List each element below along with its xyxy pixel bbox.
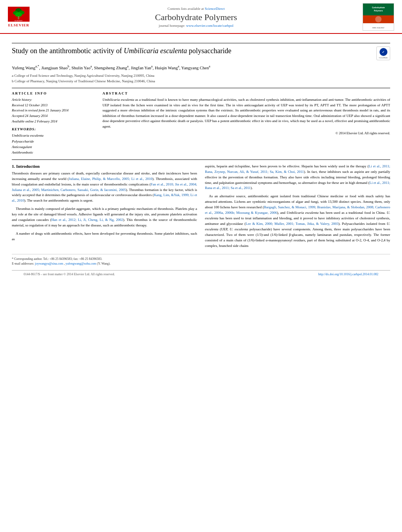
title-italic: Umbilicaria esculenta	[124, 47, 187, 55]
affiliations: a College of Food Science and Technology…	[12, 73, 390, 84]
article-info-title: ARTICLE INFO	[12, 91, 91, 95]
journal-logo-right: Carbohydrate Polymers ISSN: 0144-8617	[363, 3, 394, 31]
received-revised-date: Received in revised form 21 January 2014	[12, 108, 91, 113]
bottom-bar: 0144-8617/$ – see front matter © 2014 El…	[12, 270, 390, 278]
intro-para-right: aspirin, heparin and ticlopidine, have b…	[205, 164, 390, 249]
footer-divider	[12, 254, 390, 254]
article-title: Study on the antithrombotic activity of …	[12, 46, 376, 56]
keyword-4: Antithrombotic	[12, 150, 91, 155]
elsevier-text: ELSEVIER	[8, 23, 30, 27]
homepage-label: journal homepage:	[159, 24, 185, 28]
affiliation-a: a College of Food Science and Technology…	[12, 73, 390, 79]
keyword-1: Umbilicaria esculenta	[12, 133, 91, 138]
received-date: Received 12 October 2013	[12, 103, 91, 108]
contents-line: Contents lists available at ScienceDirec…	[37, 7, 355, 11]
keyword-2: Polysaccharide	[12, 139, 91, 144]
author-1-sup: a,*	[35, 65, 39, 68]
journal-homepage: journal homepage: www.elsevier.com/locat…	[37, 24, 355, 28]
svg-point-13	[375, 16, 382, 22]
doi-link[interactable]: http://dx.doi.org/10.1016/j.carbpol.2014…	[318, 272, 378, 276]
author-7-sup: a	[209, 65, 210, 68]
authors-line: Yufeng Wanga,*, Jiangjuan Shaob, Shulin …	[12, 64, 390, 71]
elsevier-tree-icon: ELSEVIER	[8, 7, 30, 22]
author-4: , Shengsheng Zhang	[92, 65, 127, 70]
svg-text:Polymers: Polymers	[374, 9, 383, 12]
carbohydrate-polymers-logo: Carbohydrate Polymers ISSN: 0144-8617	[363, 4, 394, 30]
abstract-text: Umbilicaria esculenta as a traditional f…	[102, 97, 390, 129]
elsevier-logo: ELSEVIER ELSEVIER	[8, 7, 30, 27]
title-prefix: Study on the antithrombotic activity of	[12, 47, 124, 55]
email-suffix: (Y. Wang).	[97, 262, 110, 265]
contents-label: Contents lists available at	[168, 7, 204, 11]
copyright-line: © 2014 Elsevier Ltd. All rights reserved…	[102, 131, 390, 135]
section-title-text: Introduction	[16, 164, 40, 169]
footnote-section: * Corresponding author. Tel.: +86 25 843…	[12, 257, 390, 266]
svg-text:Carbohydrate: Carbohydrate	[372, 6, 385, 9]
abstract-italic-start: Umbilicaria esculenta	[102, 98, 134, 102]
homepage-url[interactable]: www.elsevier.com/locate/carbpol	[186, 24, 233, 28]
accepted-date: Accepted 24 January 2014	[12, 113, 91, 119]
intro-para1: Thrombosis diseases are primary causes o…	[12, 171, 197, 242]
top-divider	[12, 43, 390, 43]
article-info-section: ARTICLE INFO Article history: Received 1…	[12, 91, 390, 156]
sciencedirect-link[interactable]: ScienceDirect	[205, 7, 225, 11]
body-right-column: aspirin, heparin and ticlopidine, have b…	[205, 164, 390, 252]
article-abstract: ABSTRACT Umbilicaria esculenta as a trad…	[102, 91, 390, 156]
author-5: , Jingfan Yan	[128, 65, 151, 70]
email-2[interactable]: yufengwang@sohu.com	[65, 262, 96, 265]
divider-2	[12, 88, 390, 88]
email-label: E-mail addresses:	[12, 262, 34, 265]
body-section: 1. Introduction Thrombosis diseases are …	[12, 164, 390, 252]
article-info-left: ARTICLE INFO Article history: Received 1…	[12, 91, 91, 156]
corresponding-author: * Corresponding author. Tel.: +86 25 843…	[12, 257, 390, 261]
divider-3	[12, 159, 390, 160]
author-7: , Yangyang Chen	[179, 65, 209, 70]
svg-text:ISSN: 0144-8617: ISSN: 0144-8617	[372, 27, 385, 29]
issn-line: 0144-8617/$ – see front matter © 2014 El…	[24, 272, 115, 276]
email-1[interactable]: joywangyu@sina.com	[35, 262, 63, 265]
author-6: , Huiqin Wang	[153, 65, 178, 70]
article-title-section: Study on the antithrombotic activity of …	[12, 46, 390, 60]
crossmark-label: CrossMark	[379, 57, 387, 59]
keywords-section: Keywords: Umbilicaria esculenta Polysacc…	[12, 127, 91, 156]
keyword-3: Anticoagulant	[12, 144, 91, 150]
svg-text:ELSEVIER: ELSEVIER	[15, 20, 22, 22]
svg-rect-5	[18, 16, 19, 19]
history-label: Article history:	[12, 97, 91, 103]
title-suffix: polysaccharide	[187, 47, 231, 55]
article-content: Study on the antithrombotic activity of …	[0, 34, 402, 284]
author-1: Yufeng Wang	[12, 65, 35, 70]
author-3: , Shulin Yao	[69, 65, 91, 70]
email-line: E-mail addresses: joywangyu@sina.com , y…	[12, 261, 390, 266]
author-2: , Jiangjuan Shao	[39, 65, 67, 70]
abstract-title: ABSTRACT	[102, 91, 390, 95]
header-center: Contents lists available at ScienceDirec…	[30, 7, 363, 28]
keywords-title: Keywords:	[12, 127, 91, 131]
journal-header: ELSEVIER ELSEVIER Contents lists availab…	[0, 0, 402, 34]
crossmark-badge: ✓ CrossMark	[376, 46, 390, 60]
journal-name: Carbohydrate Polymers	[37, 12, 355, 22]
affiliation-b: b College of Pharmacy, Nanjing Universit…	[12, 79, 390, 84]
article-history: Article history: Received 12 October 201…	[12, 97, 91, 124]
body-left-column: 1. Introduction Thrombosis diseases are …	[12, 164, 197, 252]
available-date: Available online 2 February 2014	[12, 119, 91, 124]
section-number: 1.	[12, 164, 15, 169]
section-title-intro: 1. Introduction	[12, 164, 197, 169]
crossmark-icon: ✓	[380, 48, 387, 56]
page: ELSEVIER ELSEVIER Contents lists availab…	[0, 0, 402, 532]
